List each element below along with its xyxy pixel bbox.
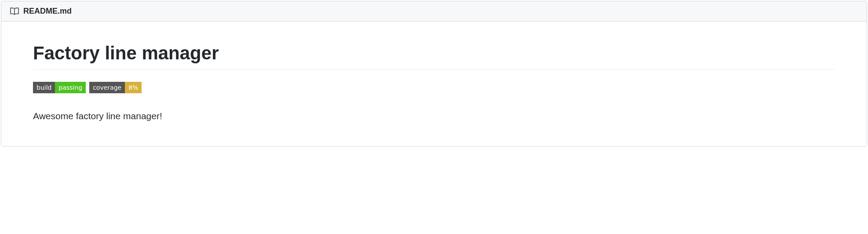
readme-title: Factory line manager — [33, 43, 835, 69]
readme-header: README.md — [1, 1, 867, 22]
readme-box: README.md Factory line manager build pas… — [1, 1, 867, 146]
coverage-badge[interactable]: coverage 8% — [89, 82, 142, 93]
readme-filename[interactable]: README.md — [23, 7, 72, 16]
build-badge[interactable]: build passing — [33, 82, 86, 93]
coverage-badge-label: coverage — [89, 82, 125, 93]
book-icon — [10, 7, 19, 16]
coverage-badge-value: 8% — [125, 82, 142, 93]
readme-content: Factory line manager build passing cover… — [1, 22, 867, 146]
readme-description: Awesome factory line manager! — [33, 111, 835, 121]
build-badge-label: build — [33, 82, 55, 93]
badges-row: build passing coverage 8% — [33, 82, 835, 93]
build-badge-value: passing — [55, 82, 86, 93]
